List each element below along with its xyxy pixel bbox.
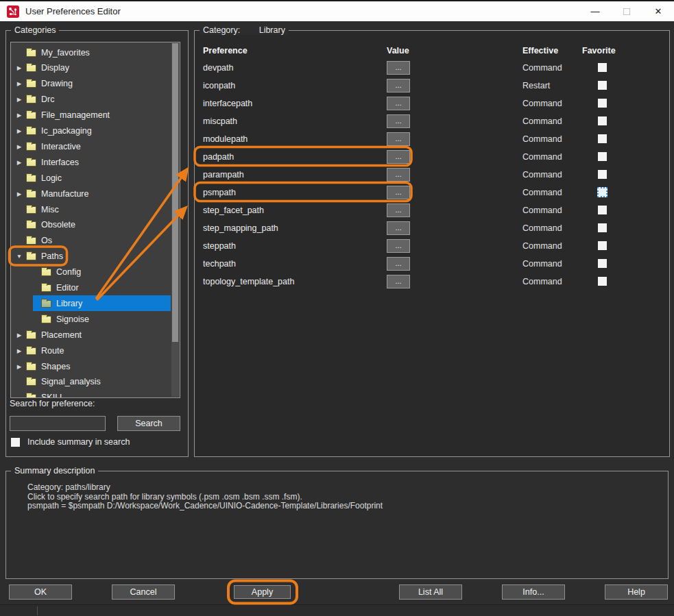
tree-item-display[interactable]: ▶Display [11,60,171,76]
favorite-checkbox[interactable] [598,223,607,232]
chevron-right-icon[interactable]: ▶ [14,190,24,197]
value-browse-button[interactable]: ... [387,61,410,75]
include-summary-checkbox[interactable] [11,438,20,447]
value-browse-button[interactable]: ... [387,257,410,271]
value-browse-button[interactable]: ... [387,132,410,146]
cancel-button[interactable]: Cancel [112,584,175,600]
tree-item-logic[interactable]: Logic [11,170,171,186]
tree-item-skill[interactable]: SKILL [11,390,171,398]
search-button[interactable]: Search [117,416,180,431]
tree-item-file_management[interactable]: ▶File_management [11,108,171,123]
column-header-favorite: Favorite [582,46,616,56]
value-browse-button[interactable]: ... [387,150,410,164]
folder-icon [26,64,36,72]
tree-item-my_favorites[interactable]: My_favorites [11,45,171,60]
category-name: Library [259,25,285,35]
tree-scrollbar[interactable] [171,43,179,397]
tree-item-route[interactable]: ▶Route [11,343,171,358]
chevron-right-icon[interactable]: ▶ [14,143,24,150]
favorite-checkbox[interactable] [598,152,607,161]
effective-value: Command [522,116,562,126]
folder-icon [26,253,36,260]
preference-name: miscpath [203,116,237,126]
tree-item-obsolete[interactable]: Obsolete [11,217,171,233]
chevron-right-icon[interactable]: ▶ [14,64,24,71]
tree-item-manufacture[interactable]: ▶Manufacture [11,186,171,201]
value-browse-button[interactable]: ... [387,97,410,110]
favorite-checkbox[interactable] [598,134,607,143]
value-browse-button[interactable]: ... [387,79,410,93]
favorite-checkbox[interactable] [597,187,607,197]
tree-item-interfaces[interactable]: ▶Interfaces [11,154,171,170]
list-all-button[interactable]: List All [399,584,462,600]
effective-value: Command [522,170,562,180]
tree-item-paths[interactable]: ▼Paths [11,249,171,264]
chevron-right-icon[interactable]: ▶ [14,112,24,119]
folder-icon [26,347,36,355]
tree-item-label: Logic [41,173,62,183]
close-button[interactable]: ✕ [642,1,674,21]
tree-item-misc[interactable]: Misc [11,201,171,217]
value-browse-button[interactable]: ... [387,275,410,288]
favorite-checkbox[interactable] [598,116,607,125]
tree-item-os[interactable]: Os [11,233,171,249]
chevron-right-icon[interactable]: ▶ [14,363,24,370]
preference-name: iconpath [203,81,235,90]
chevron-right-icon[interactable]: ▶ [14,159,24,166]
folder-icon [26,363,36,371]
help-button[interactable]: Help [605,584,668,600]
preference-row-devpath: devpath...Command [195,59,661,77]
tree-item-drawing[interactable]: ▶Drawing [11,76,171,92]
tree-item-ic_packaging[interactable]: ▶Ic_packaging [11,123,171,139]
favorite-checkbox[interactable] [598,99,607,108]
tree-item-shapes[interactable]: ▶Shapes [11,358,171,374]
folder-icon [26,175,36,182]
category-tree[interactable]: SKILLSignal_analysis▶Shapes▶Route▶Placem… [10,42,180,398]
tree-item-label: Library [56,299,82,308]
favorite-checkbox[interactable] [598,206,607,214]
value-browse-button[interactable]: ... [387,186,410,199]
tree-item-label: Route [41,346,64,356]
tree-item-config[interactable]: Config [11,264,171,280]
ok-button[interactable]: OK [9,584,72,600]
chevron-right-icon[interactable]: ▶ [14,96,24,103]
apply-button[interactable]: Apply [234,585,291,599]
effective-value: Restart [522,81,550,90]
minimize-button[interactable]: — [579,1,611,21]
value-browse-button[interactable]: ... [387,221,410,235]
column-header-value: Value [387,46,409,56]
tree-scrollbar-thumb[interactable] [172,43,178,342]
selection-highlight [33,295,171,311]
tree-item-drc[interactable]: ▶Drc [11,92,171,108]
summary-groupbox: Summary description Category: paths/libr… [5,471,669,579]
chevron-right-icon[interactable]: ▶ [14,80,24,87]
tree-item-placement[interactable]: ▶Placement [11,327,171,343]
tree-item-interactive[interactable]: ▶Interactive [11,138,171,154]
tree-item-signal_analysis[interactable]: Signal_analysis [11,374,171,390]
info-button[interactable]: Info... [502,584,565,600]
favorite-checkbox[interactable] [598,63,607,72]
favorite-checkbox[interactable] [598,241,607,250]
favorite-checkbox[interactable] [598,81,607,90]
app-icon [7,5,19,18]
preference-row-parampath: parampath...Command [195,166,661,184]
favorite-checkbox[interactable] [598,259,607,268]
chevron-right-icon[interactable]: ▶ [14,127,24,134]
favorite-checkbox[interactable] [598,170,607,179]
value-browse-button[interactable]: ... [387,239,410,253]
chevron-right-icon[interactable]: ▶ [14,332,24,338]
value-browse-button[interactable]: ... [387,204,410,217]
favorite-checkbox[interactable] [598,277,607,286]
tree-item-editor[interactable]: Editor [11,280,171,296]
tree-item-label: Interactive [41,142,81,151]
preference-row-step_facet_path: step_facet_path...Command [195,201,661,219]
value-browse-button[interactable]: ... [387,168,410,182]
chevron-right-icon[interactable]: ▶ [14,347,24,354]
preference-name: modulepath [203,134,248,144]
tree-item-signoise[interactable]: Signoise [11,311,171,327]
effective-value: Command [522,206,562,215]
value-browse-button[interactable]: ... [387,114,410,128]
search-input[interactable] [10,416,106,431]
chevron-down-icon[interactable]: ▼ [14,253,24,260]
tree-item-library[interactable]: Library [11,295,171,311]
